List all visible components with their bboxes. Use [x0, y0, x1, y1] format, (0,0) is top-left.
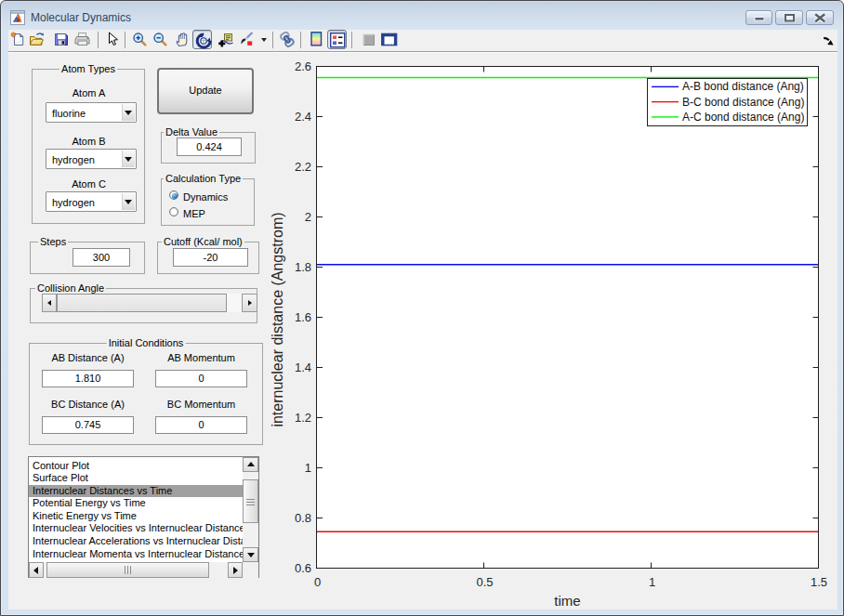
svg-text:0.5: 0.5 — [476, 575, 493, 589]
svg-text:A-C bond distance (Ang): A-C bond distance (Ang) — [682, 111, 804, 124]
svg-text:internuclear distance (Angstro: internuclear distance (Angstrom) — [270, 212, 285, 426]
svg-text:1.5: 1.5 — [811, 575, 827, 589]
svg-text:time: time — [554, 593, 580, 609]
svg-text:1: 1 — [649, 575, 655, 589]
svg-text:1.6: 1.6 — [295, 310, 311, 324]
svg-text:1.8: 1.8 — [295, 260, 311, 274]
svg-text:0.6: 0.6 — [295, 561, 311, 575]
svg-text:1.2: 1.2 — [295, 411, 311, 425]
svg-text:B-C bond distance (Ang): B-C bond distance (Ang) — [682, 96, 804, 109]
svg-text:2.2: 2.2 — [295, 160, 311, 174]
svg-text:0.8: 0.8 — [295, 511, 311, 525]
svg-text:0: 0 — [314, 575, 321, 589]
svg-text:A-B bond distance (Ang): A-B bond distance (Ang) — [682, 80, 804, 93]
svg-text:1: 1 — [305, 461, 311, 475]
svg-text:2.4: 2.4 — [295, 110, 311, 124]
svg-text:2.6: 2.6 — [295, 59, 311, 73]
svg-text:1.4: 1.4 — [295, 360, 311, 374]
svg-text:2: 2 — [305, 210, 311, 224]
